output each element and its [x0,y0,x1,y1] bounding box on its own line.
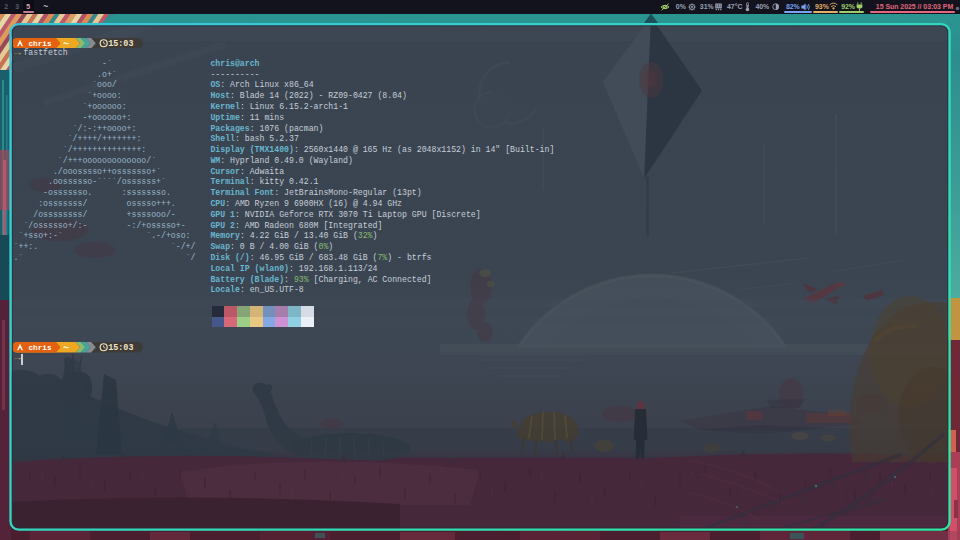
svg-text:15:03: 15:03 [109,343,134,352]
svg-text:15:03: 15:03 [109,39,134,48]
svg-text:chris: chris [29,40,52,48]
svg-text:chris: chris [29,344,52,352]
